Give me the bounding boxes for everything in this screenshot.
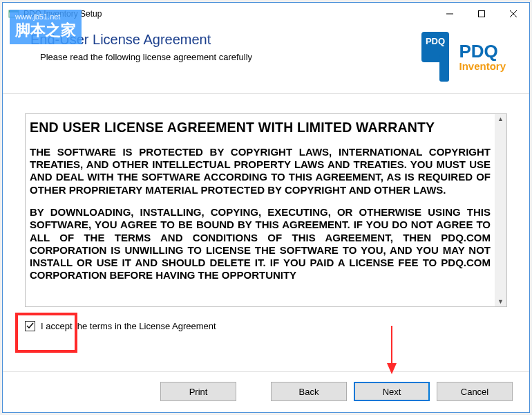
logo-text-sub: Inventory [459, 60, 506, 72]
eula-body: END USER LICENSE AGREEMENT WITH LIMITED … [26, 114, 495, 306]
wizard-content: END USER LICENSE AGREEMENT WITH LIMITED … [3, 94, 529, 371]
back-button[interactable]: Back [271, 382, 347, 401]
eula-paragraph-2: BY DOWNLOADING, INSTALLING, COPYING, EXE… [30, 206, 491, 282]
page-subheading: Please read the following license agreem… [40, 52, 252, 62]
scrollbar[interactable]: ▲ ▼ [495, 114, 506, 306]
window-controls [434, 3, 529, 25]
svg-text:PDQ: PDQ [426, 36, 445, 46]
brand-logo: PDQ PDQ Inventory [416, 32, 506, 82]
accept-checkbox[interactable] [25, 321, 35, 331]
logo-text-main: PDQ [459, 42, 506, 60]
eula-title: END USER LICENSE AGREEMENT WITH LIMITED … [30, 120, 491, 136]
close-button[interactable] [497, 3, 529, 25]
svg-rect-1 [9, 10, 19, 12]
eula-textbox[interactable]: END USER LICENSE AGREEMENT WITH LIMITED … [25, 113, 507, 307]
print-button[interactable]: Print [160, 382, 236, 401]
installer-window: PDQ Inventory Setup End-User License Agr… [2, 2, 530, 413]
app-icon [8, 8, 19, 19]
wizard-header: End-User License Agreement Please read t… [3, 25, 529, 94]
accept-terms-row[interactable]: I accept the terms in the License Agreem… [25, 321, 507, 331]
minimize-button[interactable] [434, 3, 466, 25]
svg-rect-3 [479, 11, 485, 17]
scroll-up-icon[interactable]: ▲ [497, 116, 504, 122]
titlebar[interactable]: PDQ Inventory Setup [3, 3, 529, 25]
eula-paragraph-1: THE SOFTWARE IS PROTECTED BY COPYRIGHT L… [30, 146, 491, 196]
page-heading: End-User License Agreement [30, 32, 252, 48]
svg-rect-7 [439, 55, 449, 82]
window-title: PDQ Inventory Setup [23, 9, 434, 19]
next-button[interactable]: Next [354, 382, 430, 401]
scroll-down-icon[interactable]: ▼ [497, 298, 504, 305]
maximize-button[interactable] [466, 3, 497, 25]
cancel-button[interactable]: Cancel [437, 382, 513, 401]
accept-label: I accept the terms in the License Agreem… [41, 321, 216, 331]
wizard-footer: Print Back Next Cancel [3, 371, 529, 412]
